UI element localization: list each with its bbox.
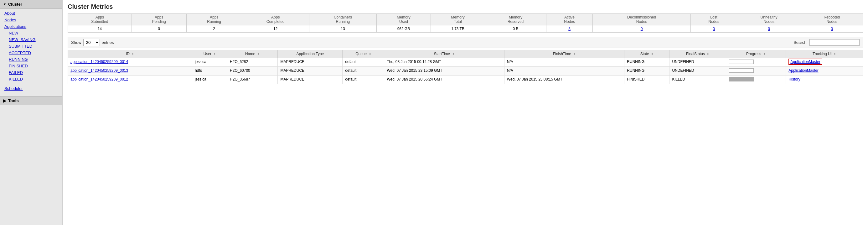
metrics-val-apps-pending: 0 (131, 25, 186, 33)
metrics-table: AppsSubmitted AppsPending AppsRunning Ap… (68, 13, 863, 33)
metrics-val-apps-completed: 12 (242, 25, 309, 33)
tracking-ui-link[interactable]: ApplicationMaster (788, 59, 822, 65)
col-id[interactable]: ID ⇕ (68, 50, 192, 58)
sidebar-item-killed[interactable]: KILLED (0, 76, 62, 82)
tracking-ui-link[interactable]: History (788, 77, 800, 82)
col-queue[interactable]: Queue ⇕ (343, 50, 384, 58)
show-entries-left: Show 10 20 25 50 100 entries (71, 39, 114, 46)
cell-queue: default (343, 76, 384, 84)
sidebar-item-about[interactable]: About (0, 10, 62, 17)
sidebar-item-finished[interactable]: FINISHED (0, 63, 62, 69)
app-id-link[interactable]: application_1420450259209_0012 (70, 77, 128, 82)
sidebar-item-failed[interactable]: FAILED (0, 69, 62, 76)
cell-progress (726, 76, 786, 84)
cell-name: H2O_60700 (227, 67, 278, 76)
sidebar-tools-label: Tools (8, 99, 19, 103)
metrics-header-memory-used: MemoryUsed (376, 14, 431, 25)
sidebar-item-nodes[interactable]: Nodes (0, 17, 62, 23)
cell-final-status: UNDEFINED (670, 67, 726, 76)
metrics-header-active-nodes: ActiveNodes (547, 14, 593, 25)
metrics-header-unhealthy-nodes: UnhealthyNodes (737, 14, 801, 25)
cell-start-time: Thu, 08 Jan 2015 00:14:28 GMT (384, 58, 504, 67)
tracking-ui-link[interactable]: ApplicationMaster (788, 68, 818, 73)
sidebar-item-running[interactable]: RUNNING (0, 56, 62, 63)
cell-app-type: MAPREDUCE (278, 76, 343, 84)
sidebar-item-submitted[interactable]: SUBMITTED (0, 43, 62, 50)
cell-user: jessica (192, 76, 227, 84)
col-finish-time[interactable]: FinishTime ⇕ (504, 50, 624, 58)
cluster-arrow-icon: ▼ (3, 2, 6, 6)
metrics-header-decommissioned-nodes: DecommissionedNodes (593, 14, 691, 25)
cell-id: application_1420450259209_0013 (68, 67, 192, 76)
cell-user: hdfs (192, 67, 227, 76)
table-row: application_1420450259209_0013 hdfs H2O_… (68, 67, 863, 76)
cell-state: RUNNING (624, 58, 670, 67)
metrics-header-lost-nodes: LostNodes (690, 14, 737, 25)
metrics-val-rebooted-nodes[interactable]: 0 (801, 25, 863, 33)
metrics-val-unhealthy-nodes[interactable]: 0 (737, 25, 801, 33)
cell-user: jessica (192, 58, 227, 67)
app-id-link[interactable]: application_1420450259209_0013 (70, 68, 128, 73)
metrics-val-lost-nodes[interactable]: 0 (690, 25, 737, 33)
progress-bar (728, 60, 754, 64)
cell-queue: default (343, 58, 384, 67)
cell-tracking-ui: History (786, 76, 863, 84)
sidebar-tools-header[interactable]: ▶ Tools (0, 96, 62, 105)
cell-finish-time: N/A (504, 67, 624, 76)
cell-queue: default (343, 67, 384, 76)
metrics-header-apps-completed: AppsCompleted (242, 14, 309, 25)
metrics-header-apps-pending: AppsPending (131, 14, 186, 25)
metrics-val-active-nodes[interactable]: 8 (547, 25, 593, 33)
col-tracking-ui[interactable]: Tracking UI ⇕ (786, 50, 863, 58)
metrics-header-apps-running: AppsRunning (186, 14, 242, 25)
applications-table: ID ⇕ User ⇕ Name ⇕ Application Type Queu… (68, 50, 863, 84)
col-user[interactable]: User ⇕ (192, 50, 227, 58)
progress-bar-fill (729, 77, 753, 81)
search-input[interactable] (809, 39, 860, 46)
cell-finish-time: Wed, 07 Jan 2015 23:08:15 GMT (504, 76, 624, 84)
sidebar-item-accepted[interactable]: ACCEPTED (0, 50, 62, 56)
table-row: application_1420450259209_0012 jessica H… (68, 76, 863, 84)
col-progress[interactable]: Progress ⇕ (726, 50, 786, 58)
col-state[interactable]: State ⇕ (624, 50, 670, 58)
sidebar-item-new[interactable]: NEW (0, 30, 62, 36)
sidebar: ▼ Cluster About Nodes Applications NEW N… (0, 0, 63, 225)
cell-app-type: MAPREDUCE (278, 58, 343, 67)
entries-select[interactable]: 10 20 25 50 100 (83, 39, 100, 46)
cell-tracking-ui: ApplicationMaster (786, 58, 863, 67)
col-final-status[interactable]: FinalStatus ⇕ (670, 50, 726, 58)
progress-bar (728, 68, 754, 73)
metrics-val-decommissioned-nodes[interactable]: 0 (593, 25, 691, 33)
cell-progress (726, 58, 786, 67)
metrics-val-memory-total: 1.73 TB (431, 25, 485, 33)
metrics-header-apps-submitted: AppsSubmitted (68, 14, 132, 25)
cell-tracking-ui: ApplicationMaster (786, 67, 863, 76)
col-name[interactable]: Name ⇕ (227, 50, 278, 58)
sidebar-nav: About Nodes Applications NEW NEW_SAVING … (0, 9, 62, 93)
cell-start-time: Wed, 07 Jan 2015 20:56:24 GMT (384, 76, 504, 84)
sidebar-item-scheduler[interactable]: Scheduler (0, 85, 62, 92)
cell-name: H2O_5282 (227, 58, 278, 67)
col-start-time[interactable]: StartTime ⇕ (384, 50, 504, 58)
tools-arrow-icon: ▶ (3, 99, 6, 103)
metrics-header-memory-reserved: MemoryReserved (485, 14, 547, 25)
metrics-header-memory-total: MemoryTotal (431, 14, 485, 25)
table-row: application_1420450259209_0014 jessica H… (68, 58, 863, 67)
sidebar-item-new-saving[interactable]: NEW_SAVING (0, 36, 62, 43)
metrics-val-memory-used: 962 GB (376, 25, 431, 33)
sidebar-cluster-label: Cluster (8, 2, 22, 7)
sidebar-item-applications[interactable]: Applications (0, 23, 62, 30)
cell-id: application_1420450259209_0014 (68, 58, 192, 67)
search-label: Search: (794, 40, 808, 45)
cell-id: application_1420450259209_0012 (68, 76, 192, 84)
sidebar-divider (0, 84, 62, 84)
metrics-val-containers-running: 13 (309, 25, 376, 33)
cell-state: FINISHED (624, 76, 670, 84)
cell-start-time: Wed, 07 Jan 2015 23:15:09 GMT (384, 67, 504, 76)
cell-state: RUNNING (624, 67, 670, 76)
cell-progress (726, 67, 786, 76)
sidebar-cluster-header[interactable]: ▼ Cluster (0, 0, 62, 9)
cell-finish-time: N/A (504, 58, 624, 67)
search-bar: Search: (794, 39, 860, 46)
app-id-link[interactable]: application_1420450259209_0014 (70, 60, 128, 64)
